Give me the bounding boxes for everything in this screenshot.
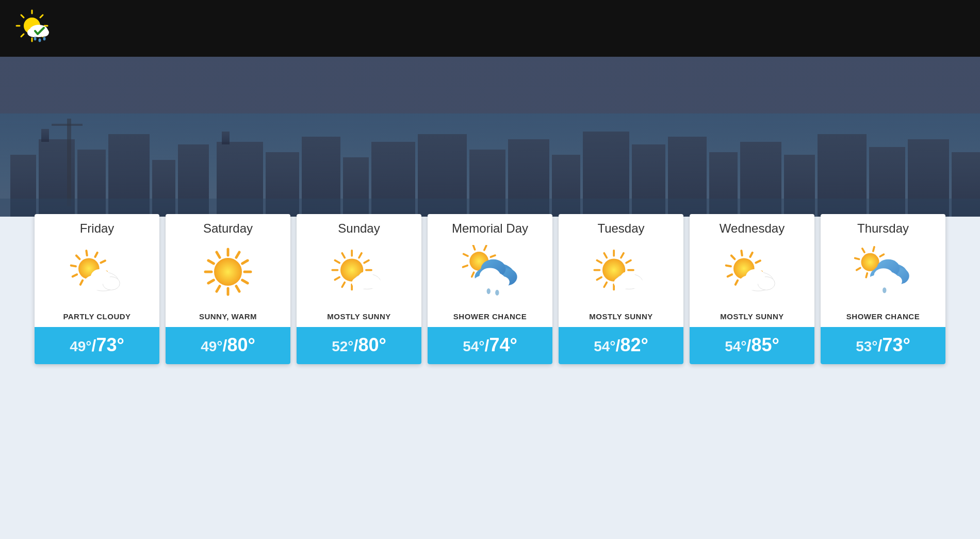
svg-point-13 [39, 38, 41, 42]
svg-point-14 [43, 37, 46, 40]
card-low-1: 49° [201, 338, 222, 354]
card-icon-3 [454, 240, 526, 307]
svg-line-96 [464, 254, 468, 256]
forecast-card-2: Sunday MOSTLY SUNNY 52°/80° [297, 214, 421, 364]
svg-line-52 [76, 256, 79, 259]
card-condition-4: MOSTLY SUNNY [585, 307, 657, 327]
card-low-2: 52° [332, 338, 353, 354]
card-icon-2 [323, 240, 395, 307]
card-day-5: Wednesday [714, 214, 790, 240]
svg-line-135 [750, 253, 752, 257]
card-condition-3: SHOWER CHANCE [449, 307, 531, 327]
svg-line-79 [335, 277, 339, 280]
svg-line-84 [359, 253, 362, 258]
svg-line-132 [726, 266, 731, 267]
card-condition-1: SUNNY, WARM [195, 307, 261, 327]
logo-icon [15, 9, 54, 48]
card-condition-5: MOSTLY SUNNY [716, 307, 788, 327]
forecast-card-6: Thursday [821, 214, 945, 364]
svg-line-62 [242, 280, 248, 283]
card-high-0: 73° [96, 334, 124, 355]
svg-line-142 [880, 254, 884, 256]
card-low-3: 54° [463, 338, 484, 354]
svg-line-49 [80, 281, 83, 285]
svg-line-134 [741, 251, 742, 255]
svg-point-73 [215, 258, 241, 285]
svg-point-159 [883, 287, 886, 293]
card-icon-1 [192, 240, 264, 307]
card-day-1: Saturday [198, 214, 258, 240]
card-icon-0 [61, 240, 133, 307]
svg-line-63 [236, 286, 239, 291]
svg-line-133 [731, 256, 734, 259]
svg-line-85 [364, 260, 369, 263]
svg-line-68 [208, 260, 214, 264]
svg-line-91 [491, 255, 495, 257]
svg-line-131 [728, 274, 732, 276]
svg-line-130 [736, 281, 738, 285]
svg-line-115 [597, 277, 601, 280]
svg-line-121 [626, 260, 631, 263]
svg-line-50 [73, 274, 77, 276]
svg-line-94 [472, 272, 474, 276]
forecast-card-0: Friday PARTLY CLOUDY 49°/73° [35, 214, 159, 364]
forecast-card-1: Saturday SUNNY, WARM 49°/80° [166, 214, 290, 364]
svg-point-126 [620, 271, 636, 284]
svg-line-95 [463, 266, 468, 267]
card-day-4: Tuesday [592, 214, 649, 240]
svg-line-114 [604, 283, 607, 287]
svg-line-146 [857, 268, 860, 270]
card-icon-6 [847, 240, 919, 307]
card-high-6: 73° [882, 334, 910, 355]
svg-point-12 [34, 37, 37, 40]
svg-point-141 [746, 269, 765, 285]
card-temp-5: 54°/85° [690, 327, 814, 364]
card-temp-4: 54°/82° [559, 327, 683, 364]
card-high-1: 80° [227, 334, 255, 355]
svg-line-8 [21, 34, 24, 37]
logo-area [15, 9, 62, 48]
svg-point-158 [874, 268, 893, 283]
hero-section [0, 57, 980, 217]
card-temp-1: 49°/80° [166, 327, 290, 364]
card-day-0: Friday [75, 214, 120, 240]
card-temp-2: 52°/80° [297, 327, 421, 364]
svg-point-107 [480, 268, 501, 284]
card-low-4: 54° [594, 338, 615, 354]
svg-line-78 [342, 283, 345, 287]
header [0, 0, 980, 57]
card-low-5: 54° [725, 338, 746, 354]
svg-line-147 [855, 258, 859, 259]
forecast-card-3: Memorial Day [428, 214, 552, 364]
svg-line-81 [335, 260, 339, 263]
svg-point-109 [495, 290, 499, 296]
svg-line-136 [756, 260, 760, 263]
card-day-3: Memorial Day [447, 214, 533, 240]
svg-line-120 [621, 253, 624, 258]
svg-line-54 [95, 253, 97, 257]
svg-line-97 [473, 245, 475, 250]
svg-line-51 [71, 266, 76, 267]
svg-line-148 [862, 249, 864, 252]
svg-point-90 [358, 271, 374, 284]
card-high-4: 82° [620, 334, 648, 355]
svg-line-98 [484, 246, 486, 250]
svg-point-108 [487, 288, 491, 294]
svg-line-66 [208, 280, 214, 283]
forecast-card-4: Tuesday MOSTLY SUNNY 54°/82° [559, 214, 683, 364]
svg-line-53 [86, 251, 87, 255]
card-temp-3: 54°/74° [428, 327, 552, 364]
svg-line-82 [342, 253, 345, 258]
svg-line-149 [873, 247, 874, 251]
card-day-2: Sunday [333, 214, 385, 240]
svg-line-69 [217, 252, 220, 257]
card-condition-6: SHOWER CHANCE [842, 307, 924, 327]
card-temp-0: 49°/73° [35, 327, 159, 364]
card-day-6: Thursday [852, 214, 914, 240]
svg-line-65 [217, 286, 220, 291]
forecast-card-5: Wednesday MOSTLY SUNNY 54°/85° [690, 214, 814, 364]
card-icon-4 [585, 240, 657, 307]
svg-point-60 [91, 269, 110, 285]
card-high-2: 80° [358, 334, 386, 355]
svg-line-71 [236, 252, 239, 257]
